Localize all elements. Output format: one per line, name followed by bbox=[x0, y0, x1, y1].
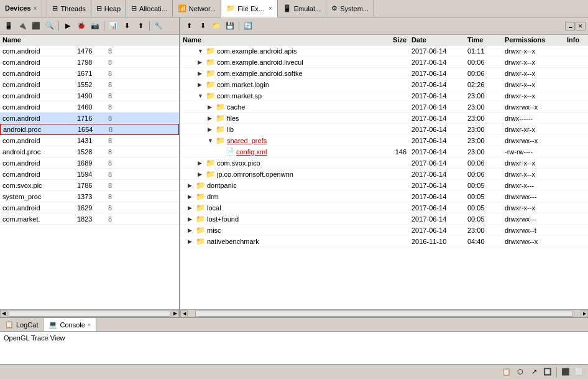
toolbar-btn-3[interactable]: ⬛ bbox=[30, 20, 42, 32]
device-row[interactable]: com.android 1460 8 bbox=[0, 101, 179, 113]
file-name-cell: ▶ 📁 lost+found bbox=[183, 215, 374, 223]
file-name-cell: ▶ 📁 misc bbox=[183, 226, 374, 235]
scroll-right-btn[interactable]: ▶ bbox=[172, 310, 179, 317]
tab-heap[interactable]: ⊟ Heap bbox=[91, 0, 126, 17]
device-row[interactable]: com.android 1671 8 bbox=[0, 68, 179, 79]
expand-arrow[interactable]: ▶ bbox=[208, 126, 214, 133]
file-row[interactable]: ▶ 📁 jp.co.omronsoft.openwnn 2017-06-14 0… bbox=[180, 169, 588, 180]
tab-emulator[interactable]: 📱 Emulat... bbox=[278, 0, 326, 17]
file-row[interactable]: ▶ 📁 local 2017-06-14 00:05 drwxr-x--x bbox=[180, 202, 588, 213]
tab-fileexplorer[interactable]: 📁 File Ex... × bbox=[221, 0, 278, 17]
file-row[interactable]: ▶ 📁 lost+found 2017-06-14 00:05 drwxrwx-… bbox=[180, 213, 588, 225]
file-row[interactable]: ▶ 📁 com.market.login 2017-06-14 02:26 dr… bbox=[180, 79, 588, 90]
toolbar-btn-11[interactable]: 🔧 bbox=[152, 20, 165, 32]
toolbar-btn-7[interactable]: 📷 bbox=[89, 20, 101, 32]
expand-arrow[interactable]: ▶ bbox=[198, 160, 204, 166]
expand-arrow[interactable]: ▶ bbox=[188, 238, 194, 245]
expand-arrow[interactable]: ▼ bbox=[208, 138, 214, 144]
expand-arrow[interactable]: ▼ bbox=[198, 93, 204, 99]
win-close-btn[interactable]: ✕ bbox=[576, 22, 586, 30]
expand-arrow[interactable]: ▶ bbox=[188, 194, 194, 200]
device-row[interactable]: com.android 1552 8 bbox=[0, 79, 179, 90]
expand-arrow[interactable]: ▶ bbox=[198, 70, 204, 77]
bottom-toolbar-btn-2[interactable]: ⬡ bbox=[514, 366, 526, 378]
bottom-toolbar-btn-4[interactable]: 🔲 bbox=[541, 366, 554, 378]
device-pid: 1476 bbox=[77, 47, 108, 55]
h-scroll-bar[interactable]: ◀ ▶ bbox=[0, 309, 179, 317]
device-row[interactable]: com.android 1431 8 bbox=[0, 135, 179, 146]
bottom-toolbar-btn-1[interactable]: 📋 bbox=[500, 366, 513, 378]
expand-arrow[interactable]: ▶ bbox=[188, 227, 194, 233]
toolbar-btn-1[interactable]: 📱 bbox=[2, 20, 15, 32]
bottom-toolbar-btn-5[interactable]: ⬛ bbox=[559, 366, 572, 378]
scroll-left-btn[interactable]: ◀ bbox=[0, 310, 7, 317]
file-scroll-right[interactable]: ▶ bbox=[581, 310, 588, 317]
expand-arrow[interactable]: ▶ bbox=[188, 205, 194, 211]
tab-devices[interactable]: Devices × bbox=[0, 0, 42, 17]
device-row[interactable]: com.android 1490 8 bbox=[0, 90, 179, 101]
right-toolbar-btn-5[interactable]: 🔄 bbox=[242, 20, 254, 32]
bottom-toolbar-btn-3[interactable]: ↗ bbox=[528, 366, 540, 378]
file-h-scroll-track[interactable] bbox=[195, 311, 573, 317]
h-scroll-track[interactable] bbox=[9, 311, 170, 317]
file-row[interactable]: ▼ 📁 shared_prefs 2017-06-14 23:00 drwxrw… bbox=[180, 135, 588, 146]
devices-tab-close[interactable]: × bbox=[34, 5, 37, 12]
file-row[interactable]: ▶ 📁 nativebenchmark 2016-11-10 04:40 drw… bbox=[180, 236, 588, 247]
expand-arrow[interactable]: ▶ bbox=[208, 115, 214, 121]
tab-network[interactable]: 📶 Networ... bbox=[173, 0, 221, 17]
right-toolbar-btn-4[interactable]: 💾 bbox=[224, 20, 236, 32]
toolbar-btn-2[interactable]: 🔌 bbox=[16, 20, 29, 32]
right-toolbar-btn-3[interactable]: 📁 bbox=[210, 20, 223, 32]
device-row[interactable]: com.android 1798 8 bbox=[0, 57, 179, 68]
file-row[interactable]: 📄 config.xml 146 2017-06-14 23:00 -rw-rw… bbox=[180, 146, 588, 157]
expand-arrow[interactable]: ▶ bbox=[198, 82, 204, 88]
device-row[interactable]: android.proc 1654 8 bbox=[0, 124, 179, 135]
file-row[interactable]: ▶ 📁 com.example.android.softke 2017-06-1… bbox=[180, 68, 588, 79]
fileexplorer-tab-close[interactable]: × bbox=[269, 5, 272, 12]
expand-arrow[interactable]: ▶ bbox=[198, 171, 204, 177]
toolbar-btn-4[interactable]: 🔍 bbox=[44, 20, 56, 32]
device-row[interactable]: com.android 1594 8 bbox=[0, 169, 179, 180]
device-row[interactable]: system_proc 1373 8 bbox=[0, 191, 179, 202]
expand-arrow[interactable]: ▶ bbox=[208, 104, 214, 110]
folder-icon: 📁 bbox=[216, 103, 225, 111]
file-row[interactable]: ▼ 📁 com.market.sp 2017-06-14 23:00 drwxr… bbox=[180, 90, 588, 101]
file-row[interactable]: ▶ 📁 files 2017-06-14 23:00 drwx------ bbox=[180, 113, 588, 124]
tab-threads[interactable]: ⊞ Threads bbox=[47, 0, 91, 17]
file-row[interactable]: ▶ 📁 cache 2017-06-14 23:00 drwxrwx--x bbox=[180, 101, 588, 113]
toolbar-btn-6[interactable]: 🐞 bbox=[75, 20, 88, 32]
device-row[interactable]: com.android 1629 8 bbox=[0, 202, 179, 213]
file-row[interactable]: ▼ 📁 com.example.android.apis 2017-06-14 … bbox=[180, 45, 588, 57]
win-minimize-btn[interactable]: 🗕 bbox=[565, 22, 575, 30]
file-row[interactable]: ▶ 📁 drm 2017-06-14 00:05 drwxrwx--- bbox=[180, 191, 588, 202]
right-toolbar-btn-2[interactable]: ⬇ bbox=[196, 20, 209, 32]
right-toolbar-btn-1[interactable]: ⬆ bbox=[183, 20, 195, 32]
bottom-toolbar-btn-6[interactable]: ⬜ bbox=[573, 366, 586, 378]
device-row[interactable]: com.market. 1823 8 bbox=[0, 213, 179, 225]
expand-arrow[interactable]: ▶ bbox=[198, 59, 204, 65]
expand-arrow[interactable]: ▼ bbox=[198, 48, 204, 54]
bottom-tab-close[interactable]: × bbox=[88, 322, 91, 328]
tab-system[interactable]: ⚙ System... bbox=[326, 0, 374, 17]
bottom-tab-logcat[interactable]: 📋 LogCat bbox=[0, 318, 44, 331]
file-row[interactable]: ▶ 📁 dontpanic 2017-06-14 00:05 drwxr-x--… bbox=[180, 180, 588, 191]
toolbar-btn-8[interactable]: 📊 bbox=[107, 20, 119, 32]
file-h-scroll[interactable]: ◀ ▶ bbox=[180, 309, 588, 317]
device-row[interactable]: com.android 1476 8 bbox=[0, 45, 179, 57]
file-row[interactable]: ▶ 📁 misc 2017-06-14 23:00 drwxrwx--t bbox=[180, 225, 588, 236]
expand-arrow[interactable]: ▶ bbox=[188, 216, 194, 222]
bottom-tab-console[interactable]: 💻 Console × bbox=[44, 318, 96, 331]
toolbar-btn-9[interactable]: ⬇ bbox=[121, 20, 133, 32]
file-scroll-left[interactable]: ◀ bbox=[180, 310, 188, 317]
toolbar-btn-10[interactable]: ⬆ bbox=[134, 20, 147, 32]
toolbar-btn-5[interactable]: ▶ bbox=[62, 20, 74, 32]
file-row[interactable]: ▶ 📁 lib 2017-06-14 23:00 drwxr-xr-x bbox=[180, 124, 588, 135]
device-row[interactable]: com.android 1689 8 bbox=[0, 157, 179, 169]
device-row[interactable]: com.svox.pic 1786 8 bbox=[0, 180, 179, 191]
device-row[interactable]: com.android 1716 8 bbox=[0, 113, 179, 124]
file-row[interactable]: ▶ 📁 com.example.android.livecul 2017-06-… bbox=[180, 57, 588, 68]
expand-arrow[interactable]: ▶ bbox=[188, 182, 194, 189]
file-row[interactable]: ▶ 📁 com.svox.pico 2017-06-14 00:06 drwxr… bbox=[180, 157, 588, 169]
device-row[interactable]: android.proc 1528 8 bbox=[0, 146, 179, 157]
tab-allocations[interactable]: ⊟ Allocati... bbox=[126, 0, 173, 17]
